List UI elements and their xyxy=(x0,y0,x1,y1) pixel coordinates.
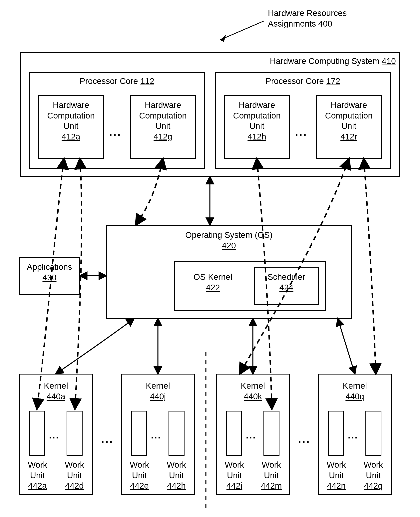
wu-442m-slot xyxy=(263,411,279,456)
wu-442q-slot xyxy=(365,411,382,456)
hcu-412a-label: Hardware Computation Unit 412a xyxy=(38,100,104,142)
ellipsis-kernels-1: ... xyxy=(101,432,113,445)
ellipsis-wu-q: ... xyxy=(348,430,358,441)
kernel-440a-label: Kernel 440a xyxy=(19,381,93,402)
applications-label: Applications 430 xyxy=(19,262,80,283)
hardware-computing-system-label: Hardware Computing System 410 xyxy=(252,56,396,66)
processor-core-112-label: Processor Core 112 xyxy=(29,76,205,87)
wu-442m-label: WorkUnit442m xyxy=(253,460,290,491)
wu-442e-label: WorkUnit442e xyxy=(121,460,158,491)
wu-442h-slot xyxy=(169,411,185,456)
wu-442n-slot xyxy=(328,411,344,456)
diagram-title: Hardware Resources Assignments 400 xyxy=(268,8,408,29)
wu-442i-slot xyxy=(226,411,242,456)
ellipsis-wu-k: ... xyxy=(246,430,256,441)
hcu-412h-label: Hardware Computation Unit 412h xyxy=(224,100,290,142)
processor-core-172-label: Processor Core 172 xyxy=(215,76,391,87)
wu-442n-label: WorkUnit442n xyxy=(318,460,355,491)
ellipsis-hcu2: ... xyxy=(295,125,307,139)
ellipsis-kernels-2: ... xyxy=(298,432,310,445)
wu-442a-label: WorkUnit442a xyxy=(19,460,56,491)
wu-442a-slot xyxy=(29,411,45,456)
kernel-440j-label: Kernel 440j xyxy=(121,381,195,402)
wu-442i-label: WorkUnit442i xyxy=(216,460,253,491)
wu-442h-label: WorkUnit442h xyxy=(158,460,195,491)
operating-system-label: Operating System (OS) 420 xyxy=(106,230,352,251)
title-line2: Assignments 400 xyxy=(268,19,332,28)
svg-line-0 xyxy=(220,21,264,40)
hcu-412g-label: Hardware Computation Unit 412g xyxy=(130,100,196,142)
svg-marker-1 xyxy=(220,35,226,42)
wu-442q-label: WorkUnit442q xyxy=(355,460,392,491)
hcu-412r-label: Hardware Computation Unit 412r xyxy=(316,100,382,142)
ellipsis-wu-a: ... xyxy=(49,430,59,441)
title-line1: Hardware Resources xyxy=(268,8,347,18)
ellipsis-hcu1: ... xyxy=(109,125,121,139)
kernel-440q-label: Kernel 440q xyxy=(318,381,392,402)
kernel-440k-label: Kernel 440k xyxy=(216,381,290,402)
os-kernel-label: OS Kernel 422 xyxy=(176,272,250,293)
ellipsis-wu-j: ... xyxy=(151,430,161,441)
diagram-stage: Hardware Resources Assignments 400 Hardw… xyxy=(0,0,420,517)
wu-442d-slot xyxy=(67,411,82,456)
wu-442e-slot xyxy=(131,411,147,456)
svg-line-6 xyxy=(338,319,355,374)
wu-442d-label: WorkUnit442d xyxy=(56,460,93,491)
scheduler-label: Scheduler 424 xyxy=(254,272,319,293)
